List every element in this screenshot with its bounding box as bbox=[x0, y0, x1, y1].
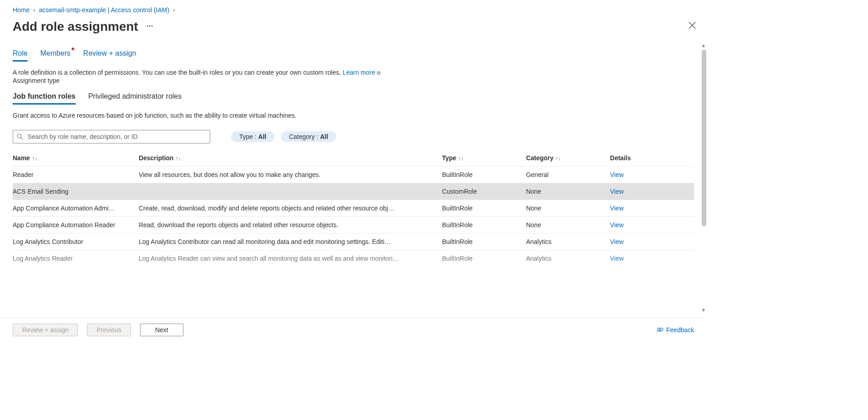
cell-type: CustomRole bbox=[442, 183, 526, 200]
footer-bar: Review + assign Previous Next Feedback bbox=[0, 318, 707, 342]
scroll-up-icon[interactable]: ▲ bbox=[700, 43, 707, 49]
view-link[interactable]: View bbox=[610, 171, 624, 178]
cell-name: Log Analytics Contributor bbox=[13, 234, 139, 250]
sort-icon: ↑↓ bbox=[458, 155, 463, 162]
view-link[interactable]: View bbox=[610, 188, 624, 195]
search-box[interactable] bbox=[13, 130, 210, 143]
more-actions-icon[interactable]: ··· bbox=[146, 22, 153, 31]
table-row[interactable]: App Compliance Automation ReaderRead, do… bbox=[13, 217, 694, 234]
cell-type: BuiltInRole bbox=[442, 234, 526, 250]
view-link[interactable]: View bbox=[610, 205, 624, 212]
external-link-icon: ⧉ bbox=[377, 70, 381, 76]
attention-dot-icon bbox=[72, 48, 74, 50]
cell-description: Log Analytics Reader can view and search… bbox=[139, 250, 442, 267]
filter-pills: Type : All Category : All bbox=[231, 131, 336, 142]
page-title: Add role assignment bbox=[13, 19, 138, 34]
cell-category: None bbox=[526, 183, 610, 200]
col-header-name[interactable]: Name↑↓ bbox=[13, 151, 139, 167]
sort-icon: ↑↓ bbox=[175, 155, 181, 162]
sort-icon: ↑↓ bbox=[32, 155, 37, 162]
svg-point-0 bbox=[17, 134, 21, 138]
chevron-right-icon: › bbox=[33, 6, 35, 14]
tab-role[interactable]: Role bbox=[13, 49, 28, 62]
scroll-thumb[interactable] bbox=[702, 50, 706, 226]
breadcrumb: Home › acsemail-smtp-example | Access co… bbox=[13, 6, 694, 14]
table-row[interactable]: Log Analytics ContributorLog Analytics C… bbox=[13, 234, 694, 250]
cell-category: Analytics bbox=[526, 234, 610, 250]
cell-category: None bbox=[526, 217, 610, 234]
cell-name: App Compliance Automation Reader bbox=[13, 217, 139, 234]
filters-row: Type : All Category : All bbox=[13, 130, 694, 143]
cell-description: Log Analytics Contributor can read all m… bbox=[139, 234, 442, 250]
table-header-row: Name↑↓ Description↑↓ Type↑↓ Category↑↓ D… bbox=[13, 151, 694, 167]
subtab-helper: Grant access to Azure resources based on… bbox=[13, 112, 694, 119]
tab-review[interactable]: Review + assign bbox=[83, 49, 136, 62]
breadcrumb-home[interactable]: Home bbox=[13, 6, 29, 14]
filter-category-label: Category : bbox=[289, 133, 320, 140]
next-button[interactable]: Next bbox=[140, 324, 183, 336]
svg-point-2 bbox=[657, 328, 660, 330]
cell-type: BuiltInRole bbox=[442, 250, 526, 267]
subtab-privileged[interactable]: Privileged administrator roles bbox=[88, 92, 182, 105]
feedback-icon bbox=[656, 326, 664, 334]
cell-category: General bbox=[526, 167, 610, 183]
cell-name: Log Analytics Reader bbox=[13, 250, 139, 267]
scroll-down-icon[interactable]: ▼ bbox=[700, 307, 707, 314]
cell-name: ACS Email Sending bbox=[13, 183, 139, 200]
cell-description: View all resources, but does not allow y… bbox=[139, 167, 442, 183]
table-row[interactable]: ReaderView all resources, but does not a… bbox=[13, 167, 694, 183]
search-icon bbox=[17, 134, 23, 140]
page-title-wrap: Add role assignment ··· bbox=[13, 19, 153, 34]
breadcrumb-resource[interactable]: acsemail-smtp-example | Access control (… bbox=[39, 6, 169, 14]
svg-line-1 bbox=[21, 138, 23, 139]
cell-type: BuiltInRole bbox=[442, 217, 526, 234]
filter-type-pill[interactable]: Type : All bbox=[231, 131, 275, 142]
sort-icon: ↑↓ bbox=[555, 155, 561, 162]
helper-text-row: A role definition is a collection of per… bbox=[13, 69, 694, 76]
view-link[interactable]: View bbox=[610, 238, 624, 245]
search-input[interactable] bbox=[27, 133, 206, 141]
col-header-type[interactable]: Type↑↓ bbox=[442, 151, 526, 167]
table-row[interactable]: Log Analytics ReaderLog Analytics Reader… bbox=[13, 250, 694, 267]
cell-name: Reader bbox=[13, 167, 139, 183]
cell-category: None bbox=[526, 200, 610, 217]
cell-name: App Compliance Automation Admi… bbox=[13, 200, 139, 217]
roles-table: Name↑↓ Description↑↓ Type↑↓ Category↑↓ D… bbox=[13, 151, 694, 267]
cell-category: Analytics bbox=[526, 250, 610, 267]
filter-category-value: All bbox=[320, 133, 328, 140]
close-icon[interactable] bbox=[686, 19, 699, 34]
role-type-tabs: Job function roles Privileged administra… bbox=[13, 92, 694, 105]
col-header-category[interactable]: Category↑↓ bbox=[526, 151, 610, 167]
filter-type-value: All bbox=[258, 133, 266, 140]
cell-type: BuiltInRole bbox=[442, 167, 526, 183]
cell-description: Create, read, download, modify and delet… bbox=[139, 200, 442, 217]
table-row[interactable]: ACS Email SendingCustomRoleNoneView bbox=[13, 183, 694, 200]
col-header-description[interactable]: Description↑↓ bbox=[139, 151, 442, 167]
feedback-link[interactable]: Feedback bbox=[656, 326, 694, 334]
title-row: Add role assignment ··· bbox=[13, 19, 694, 34]
view-link[interactable]: View bbox=[610, 221, 624, 229]
review-assign-button: Review + assign bbox=[13, 324, 78, 336]
helper-text: A role definition is a collection of per… bbox=[13, 69, 341, 76]
table-row[interactable]: App Compliance Automation Admi…Create, r… bbox=[13, 200, 694, 217]
page-root: Home › acsemail-smtp-example | Access co… bbox=[0, 0, 707, 342]
chevron-right-icon: › bbox=[173, 6, 175, 14]
tab-members[interactable]: Members bbox=[40, 49, 71, 62]
cell-type: BuiltInRole bbox=[442, 200, 526, 217]
previous-button: Previous bbox=[87, 324, 130, 336]
subtab-job-function[interactable]: Job function roles bbox=[13, 92, 76, 105]
filter-category-pill[interactable]: Category : All bbox=[281, 131, 336, 142]
main-tabs: Role Members Review + assign bbox=[13, 49, 694, 62]
col-header-details: Details bbox=[610, 151, 694, 167]
feedback-label: Feedback bbox=[666, 326, 694, 334]
scrollbar[interactable]: ▲ ▼ bbox=[700, 50, 707, 306]
filter-type-label: Type : bbox=[239, 133, 258, 140]
view-link[interactable]: View bbox=[610, 255, 624, 262]
tab-members-label: Members bbox=[40, 49, 71, 57]
cell-description: Read, download the reports objects and r… bbox=[139, 217, 442, 234]
cell-description bbox=[139, 183, 442, 200]
learn-more-link[interactable]: Learn more bbox=[342, 69, 375, 76]
assignment-type-label: Assignment type bbox=[13, 77, 694, 84]
